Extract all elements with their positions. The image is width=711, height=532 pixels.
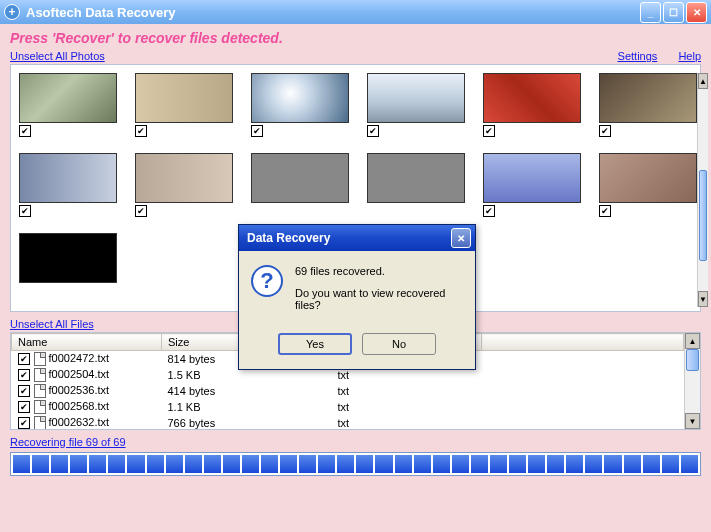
file-icon [34,384,46,398]
app-body: Press 'Recover' to recover files detecte… [0,24,711,532]
dialog-close-button[interactable]: ✕ [451,228,471,248]
dialog-title: Data Recovery [247,231,330,245]
instruction-text: Press 'Recover' to recover files detecte… [10,30,701,46]
scroll-down-icon[interactable]: ▼ [698,291,708,307]
unselect-all-files-link[interactable]: Unselect All Files [10,318,94,330]
photo-thumb[interactable] [599,73,697,137]
photo-scrollbar[interactable]: ▲ ▼ [697,73,708,307]
photo-checkbox[interactable] [19,125,31,137]
file-checkbox[interactable] [18,385,30,397]
file-icon [34,368,46,382]
progress-bar [10,452,701,476]
dialog-line1: 69 files recovered. [295,265,463,277]
titlebar: + Asoftech Data Recovery _ ☐ ✕ [0,0,711,24]
photo-thumb[interactable] [483,153,581,217]
status-text: Recovering file 69 of 69 [10,436,701,448]
file-checkbox[interactable] [18,369,30,381]
scroll-down-icon[interactable]: ▼ [685,413,700,429]
photo-checkbox[interactable] [483,125,495,137]
yes-button[interactable]: Yes [278,333,352,355]
table-row[interactable]: f0002568.txt1.1 KBtxt [12,399,684,415]
photo-checkbox[interactable] [19,205,31,217]
files-scrollbar[interactable]: ▲ ▼ [684,333,700,429]
col-name[interactable]: Name [12,334,162,351]
table-row[interactable]: f0002632.txt766 bytestxt [12,415,684,429]
app-title: Asoftech Data Recovery [26,5,176,20]
app-icon: + [4,4,20,20]
photo-checkbox[interactable] [483,205,495,217]
help-link[interactable]: Help [678,50,701,62]
question-icon: ? [251,265,283,297]
file-icon [34,416,46,429]
recovery-dialog: Data Recovery ✕ ? 69 files recovered. Do… [238,224,476,370]
photo-thumb[interactable] [599,153,697,217]
file-icon [34,352,46,366]
photo-thumb[interactable] [367,153,465,217]
scroll-up-icon[interactable]: ▲ [698,73,708,89]
photo-thumb[interactable] [19,73,117,137]
file-checkbox[interactable] [18,417,30,429]
file-checkbox[interactable] [18,401,30,413]
dialog-line2: Do you want to view recovered files? [295,287,463,311]
file-icon [34,400,46,414]
photo-thumb[interactable] [135,153,233,217]
dialog-titlebar[interactable]: Data Recovery ✕ [239,225,475,251]
file-checkbox[interactable] [18,353,30,365]
scroll-up-icon[interactable]: ▲ [685,333,700,349]
settings-link[interactable]: Settings [618,50,658,62]
unselect-all-photos-link[interactable]: Unselect All Photos [10,50,105,62]
photo-thumb[interactable] [135,73,233,137]
col-blank[interactable] [482,334,684,351]
photo-thumb[interactable] [251,153,349,217]
minimize-button[interactable]: _ [640,2,661,23]
photo-thumb[interactable] [19,153,117,217]
no-button[interactable]: No [362,333,436,355]
photo-thumb[interactable] [367,73,465,137]
photo-checkbox[interactable] [367,125,379,137]
photo-checkbox[interactable] [135,205,147,217]
photo-checkbox[interactable] [251,125,263,137]
photo-thumb[interactable] [483,73,581,137]
top-links: Unselect All Photos Settings Help [10,50,701,62]
photo-checkbox[interactable] [599,125,611,137]
photo-checkbox[interactable] [135,125,147,137]
close-button[interactable]: ✕ [686,2,707,23]
photo-thumb[interactable] [19,233,117,283]
photo-checkbox[interactable] [599,205,611,217]
photo-thumb[interactable] [251,73,349,137]
table-row[interactable]: f0002536.txt414 bytestxt [12,383,684,399]
maximize-button[interactable]: ☐ [663,2,684,23]
